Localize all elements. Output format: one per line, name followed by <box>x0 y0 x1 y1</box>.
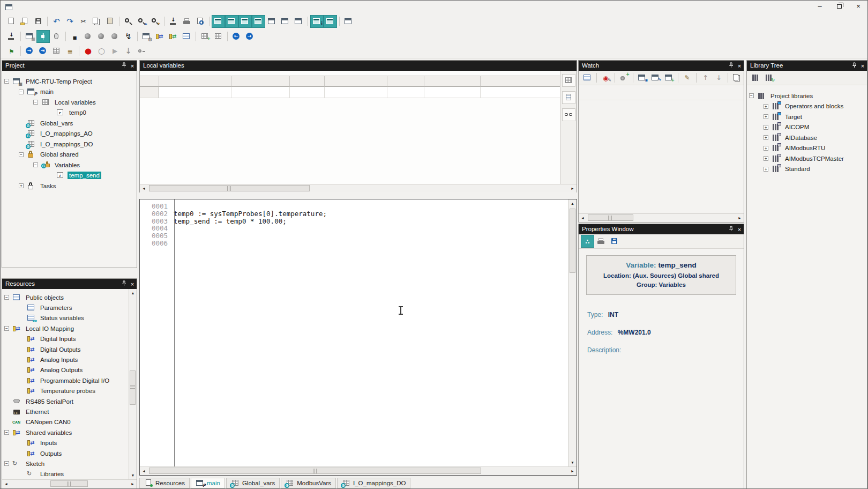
watch-horizontal-scrollbar[interactable]: ◄ ► <box>579 213 744 222</box>
tree-toggle[interactable]: − <box>19 152 24 157</box>
tree-item-temp-send[interactable]: i temp_send <box>2 171 137 181</box>
watch-open-button[interactable]: ↷ <box>649 71 662 84</box>
menu-item[interactable] <box>116 6 128 9</box>
pin-icon[interactable] <box>727 62 735 70</box>
toggle-status-bar[interactable] <box>279 15 292 28</box>
col-address[interactable] <box>290 76 325 87</box>
watch-vars-button-2[interactable]: ⇄ <box>167 30 180 43</box>
tree-toggle[interactable]: + <box>764 104 768 109</box>
properties-print-button[interactable] <box>594 235 608 248</box>
res-libraries[interactable]: ↻ Libraries <box>2 469 129 479</box>
tree-item-variables[interactable]: − G Variables <box>2 160 137 171</box>
watch-clear-button[interactable]: ✎ <box>680 71 694 84</box>
stop-play-button[interactable]: ○ <box>95 45 108 57</box>
menu-item[interactable] <box>69 6 80 9</box>
status-sphere-1[interactable] <box>81 30 95 43</box>
res-sketch[interactable]: − ↻ Sketch <box>2 458 129 469</box>
menu-item[interactable] <box>33 6 45 9</box>
undo-button[interactable]: ↶ <box>50 15 63 28</box>
library-view-button[interactable] <box>749 71 762 84</box>
toggle-properties-window[interactable]: i <box>310 15 324 28</box>
tree-toggle[interactable]: − <box>19 90 24 94</box>
col-type[interactable] <box>231 76 290 87</box>
toggle-resources-window[interactable] <box>252 15 265 28</box>
new-project-button[interactable] <box>5 15 18 28</box>
close-icon[interactable]: × <box>128 62 137 70</box>
res-canopen-can0[interactable]: CAN CANopen CAN0 <box>2 417 129 427</box>
grid-view-button[interactable] <box>562 74 575 87</box>
record-button[interactable]: ● <box>81 45 95 57</box>
scroll-right-icon[interactable]: ► <box>568 184 577 192</box>
tree-toggle[interactable]: + <box>764 146 768 151</box>
code-line[interactable]: 0003 temp_send := temp0 * 100.00; <box>140 217 568 225</box>
minimize-button[interactable]: – <box>814 2 826 11</box>
toggle-project-window[interactable] <box>212 15 225 28</box>
unlock-button[interactable] <box>135 45 148 57</box>
lib-aicopm[interactable]: + AICOPM <box>747 122 867 133</box>
col-rownum[interactable] <box>140 76 159 87</box>
tree-toggle[interactable]: + <box>19 183 24 188</box>
watch-export-button[interactable]: + <box>662 71 676 84</box>
tab-modbusvars[interactable]: G ModbusVars <box>281 478 336 488</box>
tree-toggle[interactable]: − <box>749 93 754 98</box>
pin-icon[interactable] <box>727 225 735 234</box>
res-programmable-digital-io[interactable]: ⇄ Programmable Digital I/O <box>2 375 129 386</box>
watch-layout-button[interactable] <box>581 71 594 84</box>
tree-item-tasks[interactable]: + Tasks <box>2 181 137 191</box>
close-icon[interactable]: × <box>858 62 867 70</box>
tree-toggle[interactable]: − <box>4 79 9 84</box>
watch-move-down-button[interactable]: ↓ <box>712 71 725 84</box>
menu-item[interactable] <box>57 6 69 9</box>
print-button[interactable] <box>180 15 193 28</box>
res-outputs[interactable]: ⇄ Outputs <box>2 448 129 458</box>
lib-aimodbusrtu[interactable]: + AIModbusRTU <box>747 143 867 154</box>
variables-horizontal-scrollbar[interactable]: ◄ ► <box>140 184 577 192</box>
scroll-right-icon[interactable]: ► <box>568 467 577 475</box>
cell-init-value[interactable] <box>387 87 424 98</box>
tree-toggle[interactable]: − <box>4 461 9 466</box>
halt-button[interactable]: ■ <box>68 30 81 43</box>
tree-item-main[interactable]: − P main <box>2 87 137 98</box>
lib-operators-and-blocks[interactable]: + Operators and blocks <box>747 101 867 112</box>
trigger-list-button[interactable]: ≡ <box>63 45 77 57</box>
resources-vertical-scrollbar[interactable]: ▲ ▼ <box>129 289 137 479</box>
menu-item[interactable] <box>128 6 139 9</box>
navigate-forward-button[interactable]: → <box>243 30 257 43</box>
paste-button[interactable] <box>103 15 117 28</box>
tree-toggle[interactable]: + <box>764 156 768 161</box>
download-code-button[interactable] <box>50 30 63 43</box>
watch-windows-button[interactable] <box>730 71 744 84</box>
menu-item[interactable] <box>45 6 57 9</box>
cell-type[interactable] <box>231 87 290 98</box>
res-digital-outputs[interactable]: ⇄ Digital Outputs <box>2 344 129 354</box>
grid-view-button[interactable] <box>212 30 225 43</box>
tab-global-vars[interactable]: G Global_vars <box>226 478 280 488</box>
scroll-thumb[interactable] <box>130 371 136 405</box>
tree-toggle[interactable]: − <box>33 100 38 105</box>
restore-button[interactable] <box>833 2 845 11</box>
code-line[interactable]: 0002 temp0 := sysTempProbes[0].temperatu… <box>140 210 568 217</box>
tree-toggle[interactable]: − <box>4 295 9 300</box>
insert-record-button[interactable]: + <box>198 30 212 43</box>
compile-button[interactable]: ↓ <box>5 30 18 43</box>
watch-body[interactable] <box>579 100 744 213</box>
res-shared-variables[interactable]: − ⇄ Shared variables <box>2 427 129 438</box>
tree-toggle[interactable]: + <box>764 135 768 140</box>
watch-record-button[interactable]: ◉✎ <box>599 71 612 84</box>
cell-name[interactable] <box>159 87 231 98</box>
scroll-left-icon[interactable]: ◄ <box>140 467 148 475</box>
scroll-up-icon[interactable]: ▲ <box>129 289 137 297</box>
res-ethernet[interactable]: Ethernet <box>2 406 129 417</box>
connect-button[interactable] <box>36 30 50 43</box>
toggle-library-tree[interactable] <box>324 15 337 28</box>
data-table-button[interactable] <box>180 30 193 43</box>
col-description[interactable] <box>481 76 560 87</box>
scroll-thumb[interactable] <box>149 468 481 474</box>
watch-move-up-button[interactable]: ↑ <box>699 71 712 84</box>
watch-vars-button-1[interactable]: ⇄ <box>153 30 167 43</box>
menu-item[interactable] <box>92 6 104 9</box>
menu-item[interactable] <box>80 6 92 9</box>
col-attribute[interactable] <box>424 76 481 87</box>
scroll-down-icon[interactable]: ▼ <box>568 458 577 466</box>
simulation-button[interactable]: ◍ <box>140 30 153 43</box>
